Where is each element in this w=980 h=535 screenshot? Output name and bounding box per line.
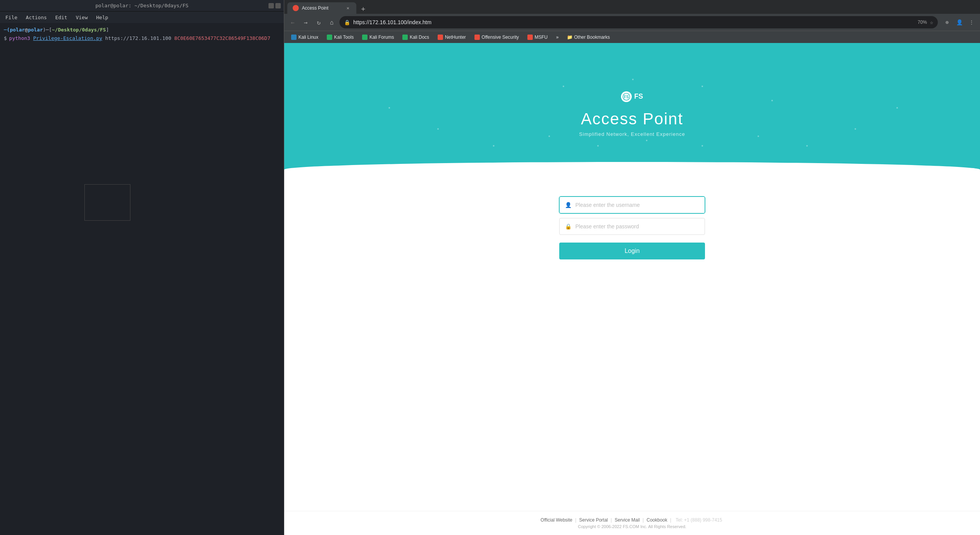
svg-text:FS: FS: [624, 95, 629, 99]
bookmarks-bar: Kali Linux Kali Tools Kali Forums Kali D…: [284, 31, 980, 43]
footer-sep-2: |: [611, 517, 613, 523]
command-line: $ python3 Privilege-Escalation.py https:…: [4, 35, 280, 42]
lock-icon: 🔒: [344, 20, 350, 25]
terminal-menubar: File Actions Edit View Help: [0, 12, 284, 23]
url-text: https://172.16.101.100/index.htm: [353, 19, 915, 25]
maximize-icon[interactable]: [275, 3, 281, 8]
menu-help[interactable]: Help: [92, 14, 112, 21]
browser-toolbar: ← → ↻ ⌂ 🔒 https://172.16.101.100/index.h…: [284, 14, 980, 31]
minimize-icon[interactable]: [268, 3, 274, 8]
bookmark-favicon: [362, 35, 367, 40]
bookmark-label: MSFU: [535, 35, 548, 40]
login-form: 👤 🔒 Login: [559, 196, 705, 259]
footer-official-link[interactable]: Official Website: [540, 517, 572, 523]
address-bar[interactable]: 🔒 https://172.16.101.100/index.htm 70% ☆: [339, 16, 938, 28]
prompt-line-1: ─(polar@polar )─[ ~/Desktop/0days/FS ]: [4, 26, 280, 34]
footer-sep-4: |: [670, 517, 672, 523]
footer-copyright: Copyright © 2006-2022 FS.COM Inc. All Ri…: [292, 524, 972, 529]
webpage-subtitle: Simplified Network, Excellent Experience: [579, 131, 685, 137]
bookmark-nethunter[interactable]: NetHunter: [434, 33, 470, 42]
logo-icon: FS: [621, 91, 632, 102]
webpage-header: FS FS Access Point Simplified Network, E…: [284, 43, 980, 185]
bookmark-label: 📁 Other Bookmarks: [567, 35, 610, 40]
forward-button[interactable]: →: [300, 17, 311, 28]
bookmark-favicon: [291, 35, 296, 40]
terminal-window-controls: [268, 3, 281, 8]
lock-field-icon: 🔒: [565, 223, 572, 230]
login-button[interactable]: Login: [559, 243, 705, 259]
bookmark-label: Kali Tools: [334, 35, 354, 40]
cmd-python: python3: [9, 35, 33, 42]
tab-title: Access Point: [302, 5, 328, 11]
footer-service-mail-link[interactable]: Service Mail: [615, 517, 640, 523]
prompt-sep: )─[: [43, 26, 52, 34]
prompt-bracket: ]: [106, 26, 109, 34]
new-tab-button[interactable]: +: [358, 3, 369, 14]
username-field[interactable]: 👤: [559, 196, 705, 213]
extensions-button[interactable]: ⊕: [942, 17, 952, 28]
prompt-user: ─(polar@polar: [4, 26, 43, 34]
terminal-window: polar@polar: ~/Desktop/0days/FS File Act…: [0, 0, 284, 535]
footer-sep-3: |: [642, 517, 645, 523]
footer-links: Official Website | Service Portal | Serv…: [292, 517, 972, 523]
cmd-url: https://172.16.101.100: [102, 35, 174, 42]
bookmark-label: Kali Docs: [410, 35, 429, 40]
bookmark-kali-forums[interactable]: Kali Forums: [358, 33, 398, 42]
browser-menu-button[interactable]: ⋮: [966, 17, 977, 28]
bookmark-label: Kali Forums: [369, 35, 394, 40]
bookmark-kali-tools[interactable]: Kali Tools: [323, 33, 357, 42]
username-input[interactable]: [575, 202, 699, 208]
password-field[interactable]: 🔒: [559, 218, 705, 235]
bookmark-favicon: [438, 35, 443, 40]
menu-actions[interactable]: Actions: [22, 14, 51, 21]
browser-window: Access Point ✕ + ← → ↻ ⌂ 🔒 https://172.1…: [284, 0, 980, 535]
terminal-ghost-box: [84, 184, 130, 221]
bookmark-star-icon[interactable]: ☆: [930, 19, 933, 25]
zoom-level: 70%: [918, 20, 927, 25]
terminal-titlebar: polar@polar: ~/Desktop/0days/FS: [0, 0, 284, 12]
terminal-content: ─(polar@polar )─[ ~/Desktop/0days/FS ] $…: [0, 23, 284, 535]
bookmark-kali-linux[interactable]: Kali Linux: [287, 33, 322, 42]
tab-close-button[interactable]: ✕: [345, 5, 351, 11]
footer-phone: Tel: +1 (888) 998-7415: [676, 517, 722, 523]
bookmark-label: Offensive Security: [482, 35, 519, 40]
bookmark-label: »: [556, 35, 559, 40]
logo-text: FS: [634, 92, 643, 101]
menu-view[interactable]: View: [72, 14, 91, 21]
bookmark-kali-docs[interactable]: Kali Docs: [399, 33, 433, 42]
password-input[interactable]: [575, 223, 699, 230]
bookmark-label: NetHunter: [445, 35, 466, 40]
bookmark-more[interactable]: »: [552, 33, 563, 42]
profile-button[interactable]: 👤: [954, 17, 965, 28]
user-icon: 👤: [565, 202, 572, 208]
reload-button[interactable]: ↻: [313, 17, 324, 28]
bookmark-other[interactable]: 📁 Other Bookmarks: [563, 33, 614, 42]
footer-sep-1: |: [575, 517, 578, 523]
back-button[interactable]: ←: [287, 17, 298, 28]
footer-service-portal-link[interactable]: Service Portal: [579, 517, 608, 523]
bookmark-msfu[interactable]: MSFU: [524, 33, 552, 42]
prompt-dollar: $: [4, 35, 7, 42]
menu-edit[interactable]: Edit: [51, 14, 71, 21]
site-logo: FS FS: [621, 91, 643, 102]
tab-favicon: [293, 5, 299, 11]
home-button[interactable]: ⌂: [326, 17, 337, 28]
terminal-title: polar@polar: ~/Desktop/0days/FS: [96, 3, 189, 8]
prompt-path: ~/Desktop/0days/FS: [52, 26, 106, 34]
bookmark-favicon: [327, 35, 332, 40]
bookmark-favicon: [527, 35, 533, 40]
webpage: FS FS Access Point Simplified Network, E…: [284, 43, 980, 535]
footer-cookbook-link[interactable]: Cookbook: [647, 517, 667, 523]
webpage-footer: Official Website | Service Portal | Serv…: [284, 511, 980, 535]
cmd-hash: 8C0E60E7653477C32C86549F138C06D7: [174, 35, 270, 42]
bookmark-favicon: [474, 35, 480, 40]
bookmark-favicon: [402, 35, 408, 40]
menu-file[interactable]: File: [2, 14, 21, 21]
webpage-body: 👤 🔒 Login: [284, 185, 980, 511]
cmd-script: Privilege-Escalation.py: [33, 35, 102, 42]
browser-tab-active[interactable]: Access Point ✕: [287, 2, 356, 14]
bookmark-offensive-security[interactable]: Offensive Security: [471, 33, 523, 42]
browser-tabbar: Access Point ✕ +: [284, 0, 980, 14]
webpage-title: Access Point: [581, 110, 684, 128]
bookmark-label: Kali Linux: [298, 35, 318, 40]
